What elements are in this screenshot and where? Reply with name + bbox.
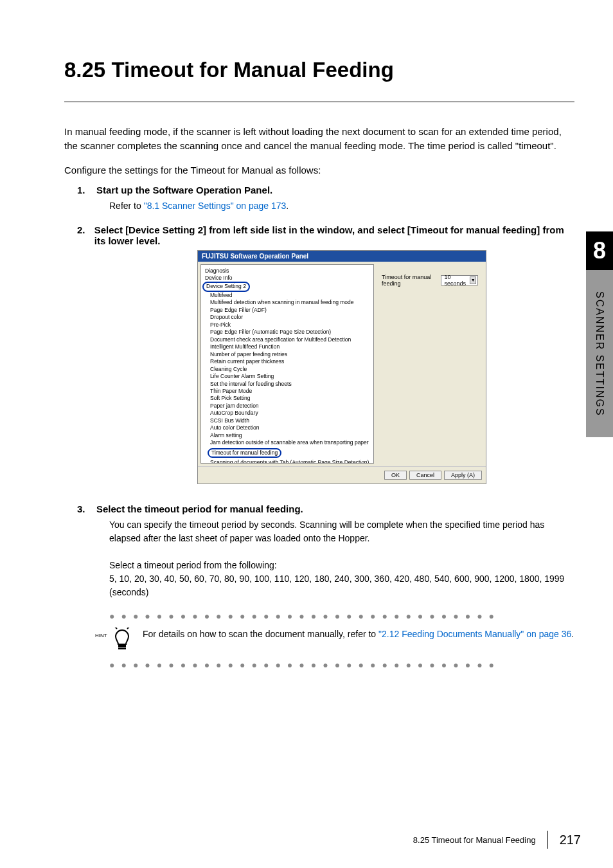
tree-item[interactable]: Cleaning Cycle [205, 366, 371, 373]
step-3-body: You can specify the timeout period by se… [64, 518, 574, 599]
tree-item[interactable]: Thin Paper Mode [205, 388, 371, 395]
tree-item[interactable]: Retain current paper thickness [205, 358, 371, 365]
footer: 8.25 Timeout for Manual Feeding 217 [413, 831, 581, 849]
divider [64, 102, 574, 102]
tree-item[interactable]: Set the interval for feeding sheets [205, 381, 371, 388]
tree-item-timeout[interactable]: Timeout for manual feeding [205, 447, 371, 459]
hint-icon: HINT [109, 628, 135, 653]
timeout-label: Timeout for manual feeding [382, 274, 437, 287]
tree-item[interactable]: SCSI Bus Width [205, 417, 371, 424]
tree-item[interactable]: Alarm setting [205, 432, 371, 439]
screenshot: FUJITSU Software Operation Panel Diagnos… [64, 250, 574, 484]
svg-rect-1 [118, 647, 126, 649]
tree-item[interactable]: Diagnosis [205, 267, 371, 275]
text: 5, 10, 20, 30, 40, 50, 60, 70, 80, 90, 1… [109, 572, 574, 599]
text: You can specify the timeout period by se… [109, 518, 574, 545]
tree-item[interactable]: Pre-Pick [205, 321, 371, 329]
hint-label: HINT [95, 633, 107, 638]
footer-text: 8.25 Timeout for Manual Feeding [413, 835, 536, 845]
ok-button[interactable]: OK [384, 471, 407, 480]
apply-button[interactable]: Apply (A) [444, 471, 482, 480]
step-title: Select [Device Setting 2] from left side… [94, 224, 574, 246]
tree-item[interactable]: Jam detection outside of scannable area … [205, 439, 371, 446]
operation-panel-window: FUJITSU Software Operation Panel Diagnos… [197, 250, 486, 484]
section-title: 8.25 Timeout for Manual Feeding [64, 58, 574, 82]
tree-item[interactable]: Dropout color [205, 314, 371, 321]
step-1-body: Refer to "8.1 Scanner Settings" on page … [64, 199, 574, 213]
step-number: 2. [64, 224, 94, 246]
window-title: FUJITSU Software Operation Panel [198, 251, 486, 262]
step-3: 3. Select the timeout period for manual … [64, 503, 574, 514]
tree-item[interactable]: Page Edge Filler (ADF) [205, 307, 371, 314]
page-number: 217 [560, 833, 581, 847]
instruct-text: Configure the settings for the Timeout f… [64, 165, 574, 176]
intro-text: In manual feeding mode, if the scanner i… [64, 125, 574, 153]
tree-item[interactable]: AutoCrop Boundary [205, 410, 371, 417]
text: Refer to [109, 201, 144, 211]
text: . [286, 201, 289, 211]
tree-item[interactable]: Scanning of documents with Tab (Automati… [205, 459, 371, 463]
svg-line-3 [127, 628, 130, 629]
hint-block: ●●●●●●●●●●●●●●●●●●●●●●●●●●●●●●●●● HINT F… [64, 611, 574, 670]
tree-item[interactable]: Multifeed [205, 292, 371, 299]
tree-list[interactable]: Diagnosis Device Info Device Setting 2 M… [200, 264, 374, 464]
tree-item[interactable]: Life Counter Alarm Setting [205, 373, 371, 380]
side-tab: 8 SCANNER SETTINGS [586, 231, 613, 437]
step-1: 1. Start up the Software Operation Panel… [64, 185, 574, 195]
chevron-down-icon: ▼ [470, 276, 476, 284]
tree-item[interactable]: Auto color Detection [205, 424, 371, 431]
step-number: 3. [64, 503, 96, 514]
tree-item[interactable]: Device Info [205, 275, 371, 282]
tree-item[interactable]: Multifeed detection when scanning in man… [205, 299, 371, 306]
tree-item[interactable]: Number of paper feeding retries [205, 351, 371, 358]
step-title: Select the timeout period for manual fee… [96, 503, 303, 514]
tree-item[interactable]: Document check area specification for Mu… [205, 336, 371, 343]
hint-text-prefix: For details on how to scan the document … [143, 629, 378, 639]
chapter-label: SCANNER SETTINGS [586, 270, 613, 437]
tree-item-device-setting-2[interactable]: Device Setting 2 [205, 282, 371, 291]
dots-top: ●●●●●●●●●●●●●●●●●●●●●●●●●●●●●●●●● [109, 611, 574, 621]
link-feeding-documents[interactable]: "2.12 Feeding Documents Manually" on pag… [378, 629, 571, 639]
step-number: 1. [64, 185, 96, 195]
timeout-combo[interactable]: 10 seconds ▼ [441, 275, 478, 285]
step-title: Start up the Software Operation Panel. [96, 185, 272, 195]
cancel-button[interactable]: Cancel [409, 471, 441, 480]
text: Select a timeout period from the followi… [109, 559, 574, 572]
tree-item[interactable]: Soft Pick Setting [205, 395, 371, 402]
svg-rect-0 [118, 645, 126, 647]
tree-item[interactable]: Intelligent Multifeed Function [205, 343, 371, 350]
chapter-number: 8 [586, 231, 613, 270]
tree-item[interactable]: Paper jam detection [205, 402, 371, 410]
link-scanner-settings[interactable]: "8.1 Scanner Settings" on page 173 [144, 201, 287, 211]
tree-item[interactable]: Page Edge Filler (Automatic Page Size De… [205, 329, 371, 336]
dots-bottom: ●●●●●●●●●●●●●●●●●●●●●●●●●●●●●●●●● [109, 660, 574, 670]
svg-line-2 [114, 628, 117, 629]
hint-text-suffix: . [571, 629, 574, 639]
footer-divider [547, 831, 548, 849]
step-2: 2. Select [Device Setting 2] from left s… [64, 224, 574, 246]
